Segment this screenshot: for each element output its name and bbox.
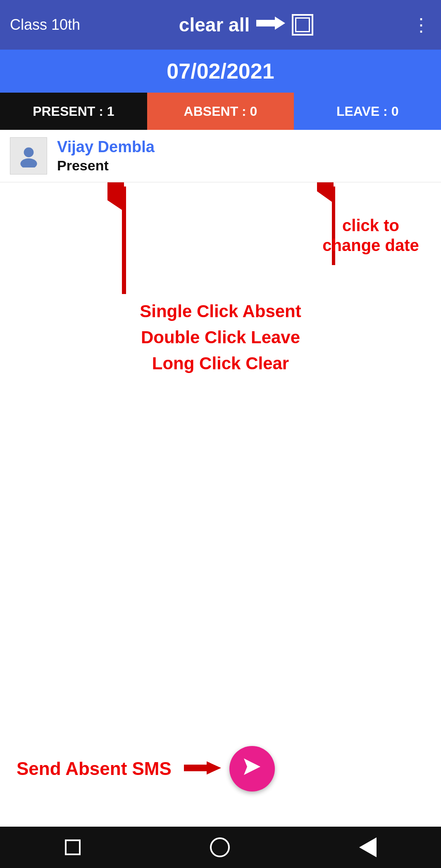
svg-marker-6 [184, 761, 221, 775]
annotation-area: click to change date Single Click Absent… [0, 182, 441, 711]
student-info: Vijay Dembla Present [57, 138, 155, 174]
bottom-area: Send Absent SMS [0, 711, 441, 827]
student-name: Vijay Dembla [57, 138, 155, 156]
more-options-button[interactable]: ⋮ [412, 16, 431, 34]
arrow-right-icon [256, 15, 285, 35]
date-bar[interactable]: 07/02/2021 [0, 50, 441, 93]
absent-stat: ABSENT : 0 [147, 93, 294, 130]
leave-stat: LEAVE : 0 [294, 93, 441, 130]
stats-row: PRESENT : 1 ABSENT : 0 LEAVE : 0 [0, 93, 441, 130]
navigation-bar [0, 827, 441, 868]
present-stat: PRESENT : 1 [0, 93, 147, 130]
svg-point-2 [20, 158, 37, 167]
page-title: Class 10th [10, 16, 80, 33]
date-display[interactable]: 07/02/2021 [167, 59, 274, 83]
student-row[interactable]: Vijay Dembla Present [0, 130, 441, 182]
avatar [10, 137, 47, 175]
person-icon [17, 145, 40, 167]
nav-home-button[interactable] [210, 837, 230, 857]
svg-marker-0 [256, 17, 285, 30]
select-all-icon[interactable] [292, 14, 313, 36]
top-bar: Class 10th clear all ⋮ [0, 0, 441, 50]
nav-recent-apps-button[interactable] [65, 839, 81, 855]
send-absent-sms-label: Send Absent SMS [17, 758, 172, 779]
svg-marker-7 [244, 758, 260, 775]
click-to-change-date-label: click to change date [313, 215, 429, 255]
nav-back-button[interactable] [359, 837, 377, 857]
svg-point-1 [24, 147, 33, 157]
status-arrow-annotation [107, 182, 141, 296]
send-icon [242, 757, 262, 781]
send-arrow-icon [184, 756, 221, 781]
send-fab-button[interactable] [229, 746, 275, 791]
clear-all-label: clear all [179, 14, 250, 36]
student-status: Present [57, 158, 155, 174]
clear-all-group: clear all [179, 14, 313, 36]
instructions-text: Single Click Absent Double Click Leave L… [0, 298, 441, 376]
